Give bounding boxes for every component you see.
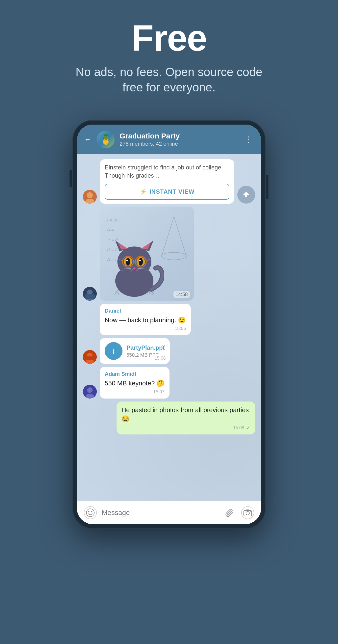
message-row: Daniel Now — back to planning. 😉 15:06: [83, 304, 255, 335]
file-download-button[interactable]: ↓: [105, 342, 122, 360]
svg-text:A =: A =: [107, 228, 114, 232]
svg-text:l = πr: l = πr: [107, 218, 118, 222]
file-time: 15:06: [155, 356, 166, 361]
avatar: [83, 385, 97, 398]
svg-point-49: [88, 511, 90, 512]
message-check-icon: ✓: [247, 425, 250, 430]
text-bubble: Adam Smidt 550 MB keynote? 🤔 15:07: [100, 367, 169, 398]
svg-point-27: [126, 258, 130, 266]
attach-button[interactable]: [223, 506, 236, 519]
own-message-bubble: He pasted in photos from all previous pa…: [117, 402, 255, 434]
message-time: 15:07: [105, 389, 165, 394]
message-text: He pasted in photos from all previous pa…: [121, 406, 250, 424]
sticker-row: l = πr A = V = l³ P = 2πr A = πr² s: [83, 206, 255, 301]
group-members: 278 members, 42 online: [119, 141, 237, 147]
phone-screen: ← 🍍 Graduation Party 278 members, 42 onl…: [77, 124, 261, 524]
group-info: Graduation Party 278 members, 42 online: [119, 132, 237, 147]
svg-point-1: [87, 192, 93, 198]
math-background: l = πr A = V = l³ P = 2πr A = πr² s: [100, 206, 194, 301]
file-bubble: ↓ PartyPlan.ppt 550.2 MB PPT ⋯ 15:06: [100, 338, 170, 364]
message-text: Now — back to planning. 😉: [105, 316, 186, 324]
chat-body: Einstein struggled to find a job out of …: [77, 154, 261, 501]
message-sender: Daniel: [105, 308, 186, 314]
svg-point-48: [86, 509, 94, 517]
message-text: 550 MB keynote? 🤔: [105, 379, 165, 388]
hero-section: Free No ads, no fees. Open source code f…: [0, 0, 338, 110]
input-bar: [77, 501, 261, 524]
camera-button[interactable]: [241, 506, 254, 519]
message-row: ↓ PartyPlan.ppt 550.2 MB PPT ⋯ 15:06: [83, 338, 255, 364]
svg-rect-6: [85, 294, 95, 299]
svg-point-46: [87, 388, 92, 393]
svg-point-52: [246, 512, 249, 515]
group-avatar: 🍍: [97, 130, 115, 148]
message-input[interactable]: [102, 509, 219, 517]
message-time: 15:08 ✓: [121, 425, 250, 430]
svg-point-4: [87, 290, 92, 295]
lightning-icon: ⚡: [140, 188, 147, 195]
phone-mockup: ← 🍍 Graduation Party 278 members, 42 onl…: [72, 120, 266, 528]
svg-point-28: [139, 258, 143, 266]
file-menu-button[interactable]: ⋯: [159, 341, 166, 349]
instant-view-button[interactable]: ⚡ INSTANT VIEW: [105, 184, 229, 200]
group-name: Graduation Party: [119, 132, 237, 140]
message-row: Einstein struggled to find a job out of …: [83, 159, 255, 204]
iv-preview-text: Einstein struggled to find a job out of …: [105, 163, 229, 180]
message-sender: Adam Smidt: [105, 371, 165, 377]
avatar: [83, 190, 97, 204]
iv-button-label: INSTANT VIEW: [149, 188, 195, 195]
svg-point-50: [91, 511, 92, 512]
sticker-message: l = πr A = V = l³ P = 2πr A = πr² s: [100, 206, 194, 301]
svg-point-29: [126, 260, 128, 261]
header-menu-button[interactable]: ⋮: [242, 133, 254, 146]
chat-header: ← 🍍 Graduation Party 278 members, 42 onl…: [77, 124, 261, 154]
message-row-own: He pasted in photos from all previous pa…: [83, 402, 255, 434]
svg-point-54: [250, 511, 251, 512]
share-button[interactable]: [237, 186, 255, 204]
svg-rect-44: [86, 356, 93, 360]
group-avatar-inner: 🍍: [97, 130, 115, 148]
text-bubble: Daniel Now — back to planning. 😉 15:06: [100, 304, 191, 335]
back-button[interactable]: ←: [84, 135, 92, 144]
message-time: 15:06: [105, 326, 186, 331]
svg-point-30: [139, 260, 141, 261]
message-row: Adam Smidt 550 MB keynote? 🤔 15:07: [83, 367, 255, 398]
phone-outer: ← 🍍 Graduation Party 278 members, 42 onl…: [72, 120, 266, 528]
hero-title: Free: [131, 20, 207, 56]
emoji-button[interactable]: [84, 506, 97, 519]
avatar: [83, 287, 97, 301]
instant-view-bubble: Einstein struggled to find a job out of …: [100, 159, 234, 204]
hero-subtitle: No ads, no fees. Open source code free f…: [70, 64, 268, 95]
avatar: [83, 350, 97, 364]
sticker-time: 14:58: [173, 291, 190, 298]
